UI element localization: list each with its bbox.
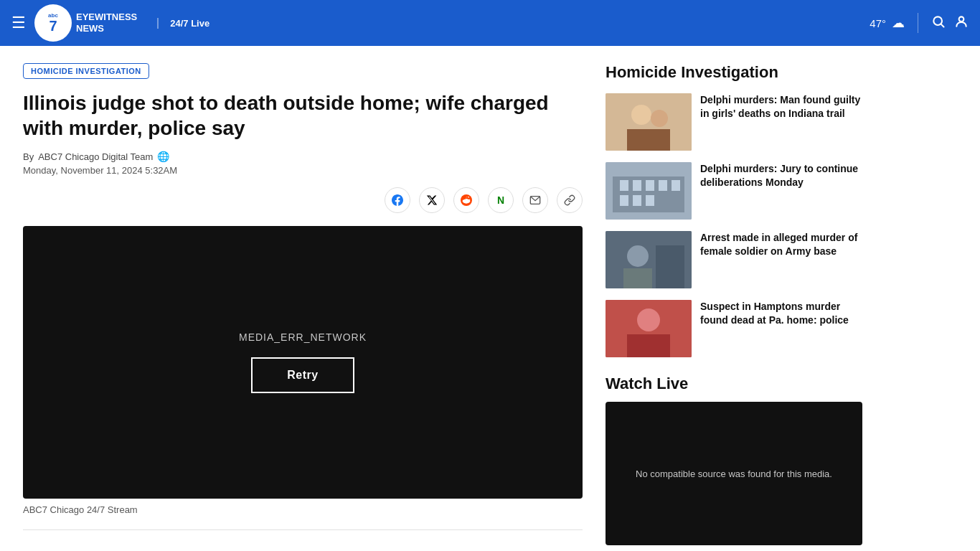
watch-live-error-text: No compatible source was found for this … (636, 468, 832, 479)
sidebar-thumb-3 (606, 231, 692, 288)
content-divider (23, 529, 583, 530)
svg-rect-22 (656, 245, 684, 288)
header-divider (918, 13, 918, 33)
menu-icon[interactable]: ☰ (11, 14, 26, 32)
sidebar-thumb-4 (606, 300, 692, 357)
sidebar-item: Delphi murders: Man found guilty in girl… (606, 93, 862, 151)
share-email[interactable] (522, 187, 548, 213)
page-container: HOMICIDE INVESTIGATION Illinois judge sh… (0, 46, 980, 551)
sidebar-item-title-1[interactable]: Delphi murders: Man found guilty in girl… (700, 93, 862, 121)
watch-live-title: Watch Live (606, 375, 862, 393)
live-badge[interactable]: 24/7 Live (157, 18, 209, 29)
share-reddit[interactable] (453, 187, 479, 213)
retry-button[interactable]: Retry (251, 357, 354, 393)
byline-prefix: By (23, 151, 34, 162)
svg-point-7 (651, 110, 668, 127)
header: ☰ abc 7 EYEWITNESS NEWS 24/7 Live 47° ☁ (0, 0, 980, 46)
svg-rect-8 (627, 129, 670, 151)
share-newsvine[interactable]: N (488, 187, 514, 213)
svg-point-2 (959, 17, 964, 22)
globe-icon: 🌐 (157, 151, 169, 162)
sidebar: Homicide Investigation Delphi murders: M… (583, 63, 862, 545)
watch-live-player: No compatible source was found for this … (606, 402, 862, 545)
header-left: ☰ abc 7 EYEWITNESS NEWS 24/7 Live (11, 4, 209, 42)
header-right: 47° ☁ (870, 13, 969, 33)
share-facebook[interactable] (385, 187, 410, 213)
share-bar: N (23, 187, 583, 213)
sidebar-item-2: Delphi murders: Jury to continue deliber… (606, 162, 862, 220)
share-link[interactable] (557, 187, 583, 213)
sidebar-thumb-2 (606, 162, 692, 220)
share-twitter-x[interactable] (419, 187, 445, 213)
main-content: HOMICIDE INVESTIGATION Illinois judge sh… (23, 63, 583, 545)
sidebar-item-3: Arrest made in alleged murder of female … (606, 231, 862, 288)
sidebar-item-text-4: Suspect in Hamptons murder found dead at… (700, 300, 862, 327)
video-player: MEDIA_ERR_NETWORK Retry (23, 226, 583, 499)
abc7-logo: abc 7 (34, 4, 72, 42)
sidebar-thumb-1 (606, 93, 692, 151)
sidebar-item-text-2: Delphi murders: Jury to continue deliber… (700, 162, 862, 189)
svg-rect-12 (633, 180, 641, 191)
svg-rect-13 (646, 180, 654, 191)
weather-info: 47° ☁ (870, 15, 905, 31)
svg-rect-14 (659, 180, 667, 191)
svg-rect-16 (620, 195, 628, 206)
sidebar-item-text-1: Delphi murders: Man found guilty in girl… (700, 93, 862, 121)
svg-rect-18 (646, 195, 654, 206)
dateline: Monday, November 11, 2024 5:32AM (23, 165, 583, 176)
sidebar-item-4: Suspect in Hamptons murder found dead at… (606, 300, 862, 357)
video-caption: ABC7 Chicago 24/7 Stream (23, 504, 583, 515)
category-tag[interactable]: HOMICIDE INVESTIGATION (23, 63, 149, 79)
logo-7-text: 7 (48, 19, 58, 33)
weather-icon: ☁ (892, 15, 905, 31)
svg-rect-21 (623, 268, 652, 288)
video-error-text: MEDIA_ERR_NETWORK (239, 331, 367, 343)
logo-container[interactable]: abc 7 EYEWITNESS NEWS (34, 4, 137, 42)
temperature-display: 47° (870, 17, 886, 29)
svg-point-6 (631, 105, 651, 125)
byline-author: ABC7 Chicago Digital Team (38, 151, 153, 162)
logo-eyewitness-news: EYEWITNESS NEWS (76, 11, 137, 34)
sidebar-item-text-3: Arrest made in alleged murder of female … (700, 231, 862, 258)
search-icon[interactable] (931, 14, 946, 32)
content-area: HOMICIDE INVESTIGATION Illinois judge sh… (0, 46, 980, 551)
sidebar-item-title-2[interactable]: Delphi murders: Jury to continue deliber… (700, 162, 862, 189)
sidebar-item-title-4[interactable]: Suspect in Hamptons murder found dead at… (700, 300, 862, 327)
svg-rect-11 (620, 180, 628, 191)
svg-rect-25 (627, 334, 670, 357)
user-icon[interactable] (954, 14, 969, 32)
svg-rect-15 (672, 180, 680, 191)
byline: By ABC7 Chicago Digital Team 🌐 (23, 151, 583, 162)
homicide-section-title: Homicide Investigation (606, 63, 862, 82)
svg-rect-17 (633, 195, 641, 206)
svg-line-1 (941, 24, 944, 27)
sidebar-item-title-3[interactable]: Arrest made in alleged murder of female … (700, 231, 862, 258)
svg-point-24 (637, 309, 660, 331)
svg-point-20 (627, 245, 649, 267)
article-title: Illinois judge shot to death outside hom… (23, 90, 583, 141)
